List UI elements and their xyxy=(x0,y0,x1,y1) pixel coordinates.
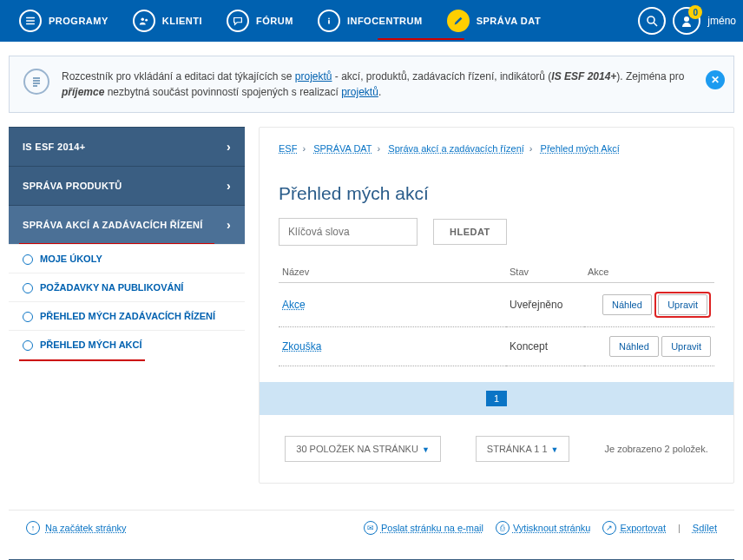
row-name-link[interactable]: Zkouška xyxy=(282,340,321,352)
bc-esf[interactable]: ESF xyxy=(279,143,297,154)
user-icon: 0 xyxy=(673,7,700,35)
table-row: Zkouška Koncept Náhled Upravit xyxy=(279,327,714,366)
svg-point-2 xyxy=(328,18,330,20)
sidebar-item-rizeni[interactable]: PŘEHLED MÝCH ZADÁVACÍCH ŘÍZENÍ xyxy=(9,301,245,330)
bc-sprava[interactable]: SPRÁVA DAT xyxy=(313,143,372,154)
nav-label: FÓRUM xyxy=(256,16,293,26)
user-menu[interactable]: 0 jméno xyxy=(673,7,736,35)
info-icon xyxy=(318,10,340,32)
sidebar-submenu: MOJE ÚKOLY POŽADAVKY NA PUBLIKOVÁNÍ PŘEH… xyxy=(9,244,245,359)
export-icon: ↗ xyxy=(602,521,616,535)
export-link[interactable]: Exportovat xyxy=(620,523,666,533)
svg-line-5 xyxy=(654,23,657,26)
sidebar-item-label: POŽADAVKY NA PUBLIKOVÁNÍ xyxy=(40,282,183,293)
search-button[interactable]: HLEDAT xyxy=(433,219,507,245)
sidebar-item-label: PŘEHLED MÝCH ZADÁVACÍCH ŘÍZENÍ xyxy=(40,311,215,321)
nav-label: INFOCENTRUM xyxy=(347,16,423,26)
search-input[interactable] xyxy=(279,218,418,246)
nav-klienti[interactable]: KLIENTI xyxy=(121,0,214,42)
sidebar-item-label: MOJE ÚKOLY xyxy=(40,254,102,264)
banner-link-projektu2[interactable]: projektů xyxy=(341,86,378,98)
sidebar-group-produkty[interactable]: SPRÁVA PRODUKTŮ › xyxy=(9,167,245,205)
search-button[interactable] xyxy=(638,7,666,35)
pager-controls: 30 POLOŽEK NA STRÁNKU▼ STRÁNKA 1 1▼ Je z… xyxy=(260,415,733,483)
search-icon xyxy=(645,14,659,28)
col-nazev: Název xyxy=(279,261,506,283)
chat-icon xyxy=(227,10,249,32)
sidebar-item-ukoly[interactable]: MOJE ÚKOLY xyxy=(9,244,245,273)
svg-point-0 xyxy=(141,18,144,22)
edit-button[interactable]: Upravit xyxy=(658,294,707,315)
col-stav: Stav xyxy=(506,261,584,283)
sidebar: IS ESF 2014+ › SPRÁVA PRODUKTŮ › SPRÁVA … xyxy=(9,127,245,484)
per-page-dropdown[interactable]: 30 POLOŽEK NA STRÁNKU▼ xyxy=(285,436,441,462)
footer-links: ↑ Na začátek stránky ✉Poslat stránku na … xyxy=(9,510,734,545)
row-name-link[interactable]: Akce xyxy=(282,299,306,311)
sidebar-group-akce[interactable]: SPRÁVA AKCÍ A ZADÁVACÍCH ŘÍZENÍ › xyxy=(9,206,245,244)
print-icon: ⎙ xyxy=(496,521,510,535)
page-number-current[interactable]: 1 xyxy=(486,391,507,406)
row-stav: Koncept xyxy=(506,327,584,366)
user-name: jméno xyxy=(707,15,736,27)
results-table: Název Stav Akce Akce Uveřejněno Náhled U… xyxy=(279,261,714,366)
banner-text: Rozcestník pro vkládání a editaci dat tý… xyxy=(62,70,684,98)
close-banner-button[interactable]: ✕ xyxy=(706,70,725,89)
nav-label: PROGRAMY xyxy=(49,16,108,26)
bc-rizeni[interactable]: Správa akcí a zadávacích řízení xyxy=(388,143,524,154)
preview-button[interactable]: Náhled xyxy=(602,294,652,315)
annotation-underline xyxy=(19,359,145,361)
nav-sprava-dat[interactable]: SPRÁVA DAT xyxy=(435,0,553,42)
row-stav: Uveřejněno xyxy=(506,283,584,327)
edit-button[interactable]: Upravit xyxy=(661,336,711,357)
caret-down-icon: ▼ xyxy=(422,445,430,454)
chevron-right-icon: › xyxy=(227,218,231,232)
annotation-underline xyxy=(378,38,464,40)
pencil-icon xyxy=(447,10,470,32)
chevron-right-icon: › xyxy=(227,179,231,193)
document-icon xyxy=(23,69,49,95)
nav-infocentrum[interactable]: INFOCENTRUM xyxy=(306,0,435,42)
print-link[interactable]: Vytisknout stránku xyxy=(513,523,590,533)
svg-rect-3 xyxy=(328,20,330,23)
svg-point-1 xyxy=(145,19,148,22)
close-icon: ✕ xyxy=(711,72,720,88)
banner-link-projektu[interactable]: projektů xyxy=(295,70,332,82)
notification-badge: 0 xyxy=(688,5,702,19)
sidebar-item-label: PŘEHLED MÝCH AKCÍ xyxy=(40,339,142,350)
col-akce: Akce xyxy=(584,261,714,283)
list-icon xyxy=(19,10,42,32)
info-banner: Rozcestník pro vkládání a editaci dat tý… xyxy=(9,56,734,113)
sidebar-group-label: SPRÁVA AKCÍ A ZADÁVACÍCH ŘÍZENÍ xyxy=(23,220,203,230)
email-link[interactable]: Poslat stránku na e-mail xyxy=(381,523,483,533)
nav-label: KLIENTI xyxy=(162,16,202,26)
share-link[interactable]: Sdílet xyxy=(693,523,717,533)
svg-point-4 xyxy=(648,16,654,23)
breadcrumb: ESF› SPRÁVA DAT› Správa akcí a zadávacíc… xyxy=(260,128,733,159)
arrow-up-icon: ↑ xyxy=(26,521,40,535)
pagination-bar: 1 xyxy=(260,382,733,415)
nav-label: SPRÁVA DAT xyxy=(477,16,541,26)
caret-down-icon: ▼ xyxy=(551,445,559,454)
sidebar-group-label: IS ESF 2014+ xyxy=(23,142,85,152)
people-icon xyxy=(133,10,155,32)
nav-programy[interactable]: PROGRAMY xyxy=(7,0,121,42)
main-panel: ESF› SPRÁVA DAT› Správa akcí a zadávacíc… xyxy=(259,127,734,484)
top-nav: PROGRAMY KLIENTI FÓRUM INFOCENTRUM SPRÁV… xyxy=(0,0,743,42)
sidebar-item-akce[interactable]: PŘEHLED MÝCH AKCÍ xyxy=(9,330,245,359)
sidebar-group-label: SPRÁVA PRODUKTŮ xyxy=(23,181,122,191)
back-to-top-link[interactable]: Na začátek stránky xyxy=(45,523,127,533)
sidebar-group-isesf[interactable]: IS ESF 2014+ › xyxy=(9,128,245,166)
chevron-right-icon: › xyxy=(227,140,231,154)
table-row: Akce Uveřejněno Náhled Upravit xyxy=(279,283,714,327)
annotation-highlight: Upravit xyxy=(654,292,711,318)
nav-forum[interactable]: FÓRUM xyxy=(214,0,306,42)
bc-prehled[interactable]: Přehled mých Akcí xyxy=(541,143,620,154)
preview-button[interactable]: Náhled xyxy=(609,336,659,357)
pager-summary: Je zobrazeno 2 položek. xyxy=(604,444,707,454)
mail-icon: ✉ xyxy=(364,521,378,535)
svg-point-6 xyxy=(684,16,689,22)
sidebar-item-pozadavky[interactable]: POŽADAVKY NA PUBLIKOVÁNÍ xyxy=(9,273,245,301)
page-title: Přehled mých akcí xyxy=(260,159,733,218)
page-dropdown[interactable]: STRÁNKA 1 1▼ xyxy=(476,436,570,462)
